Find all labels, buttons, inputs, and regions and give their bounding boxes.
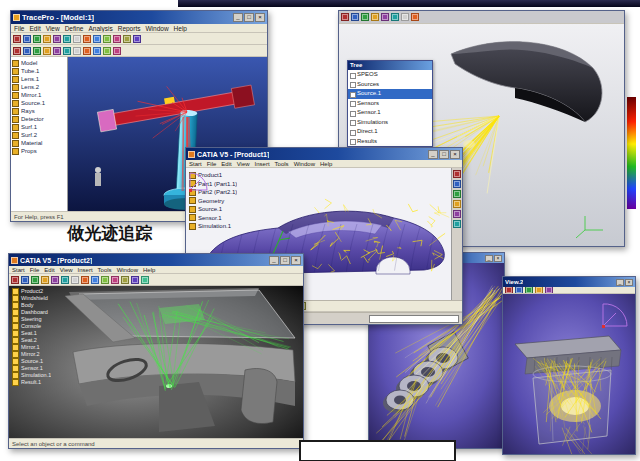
tree-item[interactable]: Tube.1 xyxy=(12,67,66,75)
toolbar-icon[interactable] xyxy=(103,47,111,55)
toolbar-icon[interactable] xyxy=(535,287,543,294)
tree-item[interactable]: Mirror.1 xyxy=(12,91,66,99)
toolbar-icon[interactable] xyxy=(111,276,119,284)
toolbar-icon[interactable] xyxy=(133,35,141,43)
menu-item[interactable]: Define xyxy=(65,25,84,32)
toolbar-icon[interactable] xyxy=(33,47,41,55)
catia-compass[interactable] xyxy=(186,170,210,194)
toolbar-icon[interactable] xyxy=(13,35,21,43)
toolbar-icon[interactable] xyxy=(351,13,359,21)
toolbar-icon[interactable] xyxy=(453,210,461,218)
tree-item[interactable]: Props xyxy=(12,147,66,155)
tree-item[interactable]: Sensor.1 xyxy=(189,214,237,223)
toolbar-icon[interactable] xyxy=(53,35,61,43)
tree-item[interactable]: Mirror.1 xyxy=(12,344,51,351)
menu-item[interactable]: Tools xyxy=(275,161,289,167)
menu-item[interactable]: View xyxy=(46,25,60,32)
tree-item[interactable]: Geometry xyxy=(189,197,237,206)
toolbar-icon[interactable] xyxy=(453,200,461,208)
toolbar-icon[interactable] xyxy=(81,276,89,284)
tree-item[interactable]: Mirror.2 xyxy=(12,351,51,358)
menu-item[interactable]: View xyxy=(60,267,73,273)
tree-item[interactable]: Source.1 xyxy=(12,358,51,365)
toolbar-icon[interactable] xyxy=(113,35,121,43)
toolbar-icon[interactable] xyxy=(101,276,109,284)
tree-item[interactable]: Detector xyxy=(12,115,66,123)
toolbar-icon[interactable] xyxy=(103,35,111,43)
toolbar-icon[interactable] xyxy=(453,190,461,198)
menu-item[interactable]: Window xyxy=(117,267,138,273)
close-button[interactable]: × xyxy=(255,13,265,22)
tracepro-titlebar[interactable]: TracePro - [Model:1] _ □ × xyxy=(11,11,267,24)
menu-item[interactable]: Edit xyxy=(29,25,40,32)
toolbar-icon[interactable] xyxy=(53,47,61,55)
maximize-button[interactable]: □ xyxy=(244,13,254,22)
toolbar-icon[interactable] xyxy=(361,13,369,21)
toolbar-icon[interactable] xyxy=(51,276,59,284)
tree-item[interactable]: Console xyxy=(12,323,51,330)
tree-item[interactable]: Rays xyxy=(12,107,66,115)
minimize-button[interactable]: _ xyxy=(616,279,624,286)
tree-item[interactable]: Source.1 xyxy=(12,99,66,107)
toolbar-icon[interactable] xyxy=(73,47,81,55)
toolbar-icon[interactable] xyxy=(141,276,149,284)
toolbar-icon[interactable] xyxy=(43,35,51,43)
toolbar-icon[interactable] xyxy=(21,276,29,284)
lamp-view-titlebar[interactable]: View.2 _ × xyxy=(503,277,635,287)
dialog-tree-item[interactable]: Sensors xyxy=(348,99,432,109)
toolbar-icon[interactable] xyxy=(525,287,533,294)
tree-item[interactable]: Simulation.1 xyxy=(189,222,237,231)
hud-titlebar[interactable]: CATIA V5 - [Product2] _ □ × xyxy=(9,254,303,266)
toolbar-icon[interactable] xyxy=(505,287,513,294)
menu-item[interactable]: Help xyxy=(320,161,332,167)
toolbar-icon[interactable] xyxy=(411,13,419,21)
dialog-tree-item[interactable]: Source.1 xyxy=(348,89,432,99)
menu-item[interactable]: Insert xyxy=(255,161,270,167)
menu-item[interactable]: Edit xyxy=(221,161,231,167)
toolbar-icon[interactable] xyxy=(83,47,91,55)
toolbar-icon[interactable] xyxy=(371,13,379,21)
toolbar-icon[interactable] xyxy=(71,276,79,284)
menu-item[interactable]: File xyxy=(207,161,217,167)
minimize-button[interactable]: _ xyxy=(233,13,243,22)
menu-item[interactable]: Reports xyxy=(118,25,141,32)
toolbar-icon[interactable] xyxy=(453,180,461,188)
toolbar-icon[interactable] xyxy=(93,47,101,55)
menu-item[interactable]: Analysis xyxy=(88,25,112,32)
toolbar-icon[interactable] xyxy=(121,276,129,284)
toolbar-icon[interactable] xyxy=(131,276,139,284)
tree-item[interactable]: Result.1 xyxy=(12,379,51,386)
menu-item[interactable]: View xyxy=(237,161,250,167)
close-button[interactable]: × xyxy=(450,150,460,159)
menu-item[interactable]: Window xyxy=(294,161,315,167)
toolbar-icon[interactable] xyxy=(113,47,121,55)
toolbar-icon[interactable] xyxy=(33,35,41,43)
toolbar-icon[interactable] xyxy=(453,220,461,228)
toolbar-icon[interactable] xyxy=(83,35,91,43)
menu-item[interactable]: File xyxy=(30,267,40,273)
toolbar-icon[interactable] xyxy=(23,47,31,55)
toolbar-icon[interactable] xyxy=(11,276,19,284)
toolbar-icon[interactable] xyxy=(63,35,71,43)
menu-item[interactable]: Start xyxy=(189,161,202,167)
toolbar-icon[interactable] xyxy=(43,47,51,55)
tree-item[interactable]: Lens.2 xyxy=(12,83,66,91)
tree-item[interactable]: Model xyxy=(12,59,66,67)
toolbar-icon[interactable] xyxy=(391,13,399,21)
toolbar-icon[interactable] xyxy=(545,287,553,294)
minimize-button[interactable]: _ xyxy=(269,256,279,265)
menu-item[interactable]: Insert xyxy=(78,267,93,273)
maximize-button[interactable]: □ xyxy=(280,256,290,265)
dialog-tree-item[interactable]: Simulations xyxy=(348,118,432,128)
close-button[interactable]: × xyxy=(291,256,301,265)
toolbar-icon[interactable] xyxy=(341,13,349,21)
toolbar-icon[interactable] xyxy=(401,13,409,21)
minimize-button[interactable]: _ xyxy=(485,255,493,262)
maximize-button[interactable]: □ xyxy=(439,150,449,159)
tree-item[interactable]: Surf.2 xyxy=(12,131,66,139)
tree-item[interactable]: Windshield xyxy=(12,295,51,302)
tree-item[interactable]: Body xyxy=(12,302,51,309)
tree-item[interactable]: Seat.1 xyxy=(12,330,51,337)
dialog-tree-item[interactable]: Sources xyxy=(348,80,432,90)
tree-item[interactable]: Material xyxy=(12,139,66,147)
